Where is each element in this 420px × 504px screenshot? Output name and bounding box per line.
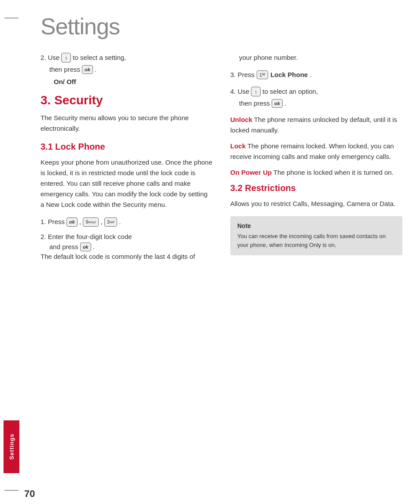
- step2b-content: 2. Enter the four-digit lock code and pr…: [41, 232, 213, 262]
- option-lock-label: Lock: [230, 142, 246, 150]
- step2b-row: 2. Enter the four-digit lock code and pr…: [41, 232, 213, 262]
- sidebar-label: Settings: [8, 434, 15, 460]
- step3-period: .: [310, 70, 312, 80]
- step2b-and: and press: [49, 242, 78, 252]
- nav-up-down-icon-2: ↕: [251, 87, 261, 96]
- step4-period: .: [284, 99, 286, 109]
- step2-period: .: [95, 65, 96, 75]
- step2b-label: 2. Enter the four-digit lock code: [41, 233, 132, 240]
- step1-ok-btn: ok: [66, 217, 77, 227]
- step2-then: then press: [49, 65, 80, 75]
- step2b-period: .: [93, 242, 95, 252]
- subsection31-desc: Keeps your phone from unauthorized use. …: [41, 157, 213, 210]
- step3-row: 3. Press 1 ✉ Lock Phone.: [230, 70, 402, 80]
- sidebar-line-bottom: [4, 490, 18, 491]
- step2b-ok-btn: ok: [80, 243, 91, 252]
- step1-row: 1. Press ok , 9wxyz , 3def .: [41, 217, 213, 227]
- left-column: 2. Use ↕ to select a setting, then press…: [41, 53, 213, 486]
- step2-intro: 2. Use: [41, 53, 59, 63]
- note-title: Note: [237, 222, 395, 229]
- option-unlock: Unlock The phone remains unlocked by def…: [230, 114, 402, 136]
- option-onpowerup-text: The phone is locked when it is turned on…: [273, 169, 394, 176]
- option-lock: Lock The phone remains locked. When lock…: [230, 141, 402, 162]
- page-container: Settings 70 Settings 2. Use ↕ to select …: [0, 0, 420, 504]
- page-number: 70: [24, 488, 35, 500]
- step1-3def-btn: 3def: [104, 217, 117, 227]
- main-content: Settings 2. Use ↕ to select a setting, t…: [23, 0, 420, 504]
- step1-content: ok , 9wxyz , 3def .: [66, 217, 213, 227]
- option-onpowerup-label: On Power Up: [230, 169, 272, 176]
- option-onpowerup: On Power Up The phone is locked when it …: [230, 167, 402, 178]
- section3-heading: 3. Security: [41, 93, 213, 107]
- subsection31-heading: 3.1 Lock Phone: [41, 142, 213, 152]
- sidebar-line-top: [4, 18, 18, 18]
- ok-button-icon: ok: [82, 65, 93, 74]
- two-col-layout: 2. Use ↕ to select a setting, then press…: [41, 53, 402, 486]
- section32-heading: 3.2 Restrictions: [230, 183, 402, 193]
- step2-mid: to select a setting,: [73, 53, 126, 63]
- option-lock-text: The phone remains locked. When locked, y…: [230, 142, 394, 160]
- step2b-desc: The default lock code is commonly the la…: [41, 253, 195, 260]
- step1-9wxyz-btn: 9wxyz: [83, 217, 99, 227]
- step3-content: 3. Press 1 ✉ Lock Phone.: [230, 70, 402, 80]
- step1-num: 1. Press: [41, 217, 65, 227]
- step3-label: 3. Press: [230, 70, 254, 80]
- right-column: your phone number. 3. Press 1 ✉ Lock Pho…: [230, 53, 402, 486]
- note-box: Note You can receive the incoming calls …: [230, 216, 402, 255]
- sidebar-tab: Settings: [4, 420, 19, 473]
- option-unlock-text: The phone remains unlocked by default, u…: [230, 116, 397, 134]
- section3-desc: The Security menu allows you to secure t…: [41, 113, 213, 134]
- step4-mid: to select an option,: [262, 87, 318, 97]
- option-unlock-label: Unlock: [230, 116, 252, 123]
- cont-text: your phone number.: [230, 53, 402, 63]
- step4-then: then press: [239, 99, 270, 109]
- page-title: Settings: [41, 13, 402, 40]
- step4-ok-btn: ok: [272, 99, 283, 108]
- step2-item: 2. Use ↕ to select a setting, then press…: [41, 53, 213, 87]
- step4-item: 4. Use ↕ to select an option, then press…: [230, 87, 402, 108]
- step1-period: .: [119, 218, 121, 225]
- step3-1-btn: 1 ✉: [257, 70, 268, 80]
- sidebar: Settings: [0, 0, 23, 504]
- step4-label: 4. Use: [230, 87, 249, 97]
- nav-up-down-icon: ↕: [61, 53, 71, 63]
- section32-desc: Allows you to restrict Calls, Messaging,…: [230, 199, 402, 209]
- on-off-option: On/ Off: [41, 77, 213, 87]
- step3-bold: Lock Phone: [270, 70, 308, 80]
- note-text: You can receive the incoming calls from …: [237, 232, 395, 249]
